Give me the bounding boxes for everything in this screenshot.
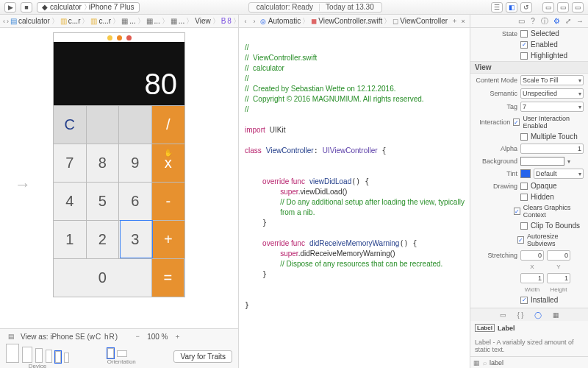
key-5[interactable]: 5 <box>87 182 120 220</box>
connections-tab[interactable]: → <box>575 16 585 26</box>
key-6[interactable]: 6 <box>119 182 152 220</box>
library-tabs: ▭ { } ◯ ▦ <box>470 308 588 321</box>
jump-bar-editor[interactable]: ‹ › ◎ Automatic〉 ◼ ViewController.swift〉… <box>239 15 470 27</box>
outline-toggle-icon[interactable]: ▤ <box>6 331 16 342</box>
canvas-body[interactable]: → 80 C / 7 8 9 x✋ 4 5 <box>0 28 238 328</box>
key-clear[interactable]: C <box>54 105 87 144</box>
stretch-h-field[interactable]: 1 <box>547 273 570 283</box>
editor-version-button[interactable]: ↺ <box>520 2 532 13</box>
clears-graphics-checkbox[interactable] <box>514 208 520 215</box>
add-assistant-icon[interactable]: ＋ <box>451 16 458 26</box>
forward-icon[interactable]: › <box>251 16 258 26</box>
toggle-navigator-button[interactable]: ▭ <box>542 2 554 13</box>
identity-tab[interactable]: ⓘ <box>539 16 550 26</box>
editor-assistant-button[interactable]: ◧ <box>506 2 517 13</box>
zoom-in-icon[interactable]: ＋ <box>172 331 182 342</box>
stretch-w-field[interactable]: 1 <box>520 273 544 283</box>
state-selected-checkbox[interactable] <box>520 30 528 38</box>
view-as-label[interactable]: View as: iPhone SE (wC hR) <box>21 333 118 341</box>
orientation-portrait[interactable] <box>107 348 114 358</box>
key-equals[interactable]: = <box>152 258 185 297</box>
zoom-out-icon[interactable]: − <box>132 331 143 342</box>
opaque-checkbox[interactable] <box>520 183 528 190</box>
device-iphone-se[interactable] <box>55 351 61 363</box>
orientation-caption: Orientation <box>107 358 136 365</box>
grid-view-icon[interactable]: ▦ <box>473 359 480 367</box>
key-2[interactable]: 2 <box>87 220 120 258</box>
vary-for-traits-button[interactable]: Vary for Traits <box>173 350 232 363</box>
key-3[interactable]: 3 <box>119 220 152 258</box>
key-minus[interactable]: - <box>152 182 185 220</box>
device-picker[interactable] <box>6 344 69 363</box>
device-iphone[interactable] <box>46 350 52 363</box>
scene-iphone[interactable]: 80 C / 7 8 9 x✋ 4 5 6 - 1 2 3 <box>53 32 185 297</box>
stretch-y-field[interactable]: 0 <box>547 250 570 261</box>
key-7[interactable]: 7 <box>54 144 87 182</box>
scheme-selector[interactable]: ◆ calculator 〉 iPhone 7 Plus <box>37 2 140 13</box>
filter-text[interactable]: label <box>490 359 503 367</box>
orientation-picker[interactable] <box>107 348 136 358</box>
toggle-inspector-button[interactable]: ▭ <box>572 2 584 13</box>
semantic-select[interactable]: Unspecified▾ <box>520 88 584 99</box>
device-caption: Device <box>6 363 69 368</box>
state-enabled-checkbox[interactable] <box>520 41 528 49</box>
size-tab[interactable]: ⤢ <box>563 16 573 26</box>
attributes-inspector[interactable]: State Selected Enabled Highlighted View … <box>470 28 588 308</box>
editor-standard-button[interactable]: ☰ <box>491 2 503 13</box>
jump-bar-canvas[interactable]: ‹ › ▤ calculator〉 ▥ c...r〉 ▥ c...r〉 ▦ ..… <box>0 15 239 27</box>
key-divide[interactable]: / <box>152 105 185 144</box>
device-iphone-4s[interactable] <box>64 353 69 363</box>
attributes-tab[interactable]: ⚙ <box>551 16 562 26</box>
key-1[interactable]: 1 <box>54 220 87 258</box>
device-ipad[interactable] <box>22 347 32 363</box>
calc-keypad: C / 7 8 9 x✋ 4 5 6 - 1 2 3 + 0 <box>54 105 184 297</box>
clip-to-bounds-checkbox[interactable] <box>520 222 528 230</box>
device-iphone-plus[interactable] <box>35 348 43 363</box>
toggle-debug-button[interactable]: ▭ <box>557 2 569 13</box>
source-code[interactable]: // // ViewController.swift // calculator… <box>239 28 470 368</box>
orientation-landscape[interactable] <box>117 350 127 357</box>
close-assistant-icon[interactable]: × <box>459 16 467 26</box>
multiple-touch-checkbox[interactable] <box>520 133 528 141</box>
key-plus[interactable]: + <box>152 220 185 258</box>
object-lib-icon[interactable]: ◯ <box>533 310 543 320</box>
related-icon[interactable]: ◎ <box>259 16 267 26</box>
alpha-field[interactable]: 1 <box>520 144 584 154</box>
first-responder-icon[interactable] <box>117 35 122 40</box>
file-inspector-tab[interactable]: ▭ <box>516 16 526 26</box>
quickhelp-tab[interactable]: ? <box>528 16 538 26</box>
object-library[interactable]: Label Label Label - A variably sized amo… <box>470 321 588 356</box>
state-highlighted-checkbox[interactable] <box>520 52 528 60</box>
chevron-right-icon: 〉 <box>84 2 87 13</box>
library-item-label[interactable]: Label Label <box>475 324 584 332</box>
key-9[interactable]: 9 <box>119 144 152 182</box>
media-lib-icon[interactable]: ▦ <box>551 310 561 320</box>
autoresize-subviews-checkbox[interactable] <box>517 236 524 244</box>
key-blank2[interactable] <box>119 105 152 144</box>
stretch-x-field[interactable]: 0 <box>520 250 544 261</box>
back-icon[interactable]: ‹ <box>242 16 249 26</box>
installed-checkbox[interactable] <box>520 297 528 304</box>
key-blank1[interactable] <box>87 105 120 144</box>
content-mode-select[interactable]: Scale To Fill▾ <box>520 75 584 85</box>
key-multiply[interactable]: x✋ <box>152 144 185 182</box>
tag-field[interactable]: 7▾ <box>520 102 584 112</box>
file-template-lib-icon[interactable]: ▭ <box>498 310 508 320</box>
key-4[interactable]: 4 <box>54 182 87 220</box>
code-snippet-lib-icon[interactable]: { } <box>515 310 526 320</box>
library-filter[interactable]: ▦ ⌕ label <box>470 356 588 368</box>
vc-icon[interactable] <box>107 35 112 40</box>
key-0[interactable]: 0 <box>54 258 152 297</box>
device-ipad-pro[interactable] <box>6 344 19 363</box>
background-color-well[interactable] <box>520 157 564 166</box>
tint-select[interactable]: Default▾ <box>534 169 584 179</box>
forward-icon[interactable]: › <box>7 16 9 26</box>
exit-icon[interactable] <box>126 35 132 40</box>
hidden-checkbox[interactable] <box>520 194 528 201</box>
run-button[interactable]: ▶ <box>4 2 16 13</box>
stop-button[interactable]: ■ <box>21 2 32 13</box>
back-icon[interactable]: ‹ <box>3 16 5 26</box>
tint-color-well[interactable] <box>520 169 531 178</box>
user-interaction-checkbox[interactable] <box>513 118 520 126</box>
key-8[interactable]: 8 <box>87 144 120 182</box>
